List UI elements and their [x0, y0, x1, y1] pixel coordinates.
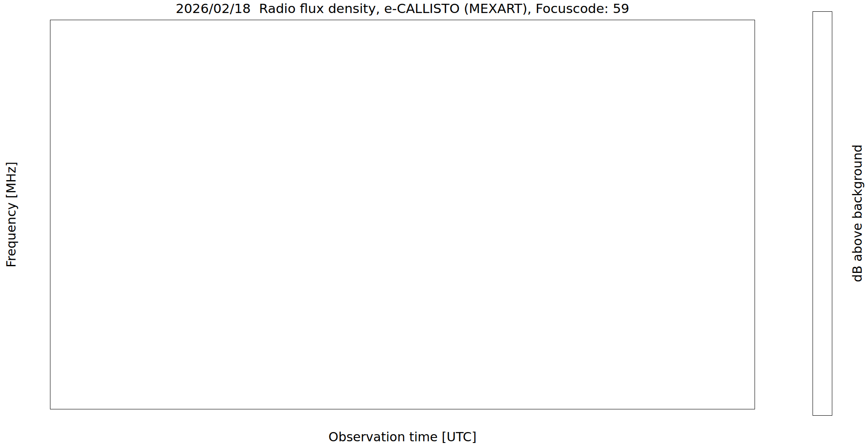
spectrogram-canvas — [50, 20, 755, 409]
x-axis-label: Observation time [UTC] — [329, 430, 476, 444]
colorbar-canvas — [813, 12, 831, 415]
chart-title: 2026/02/18 Radio flux density, e-CALLIST… — [176, 1, 629, 16]
figure: 2026/02/18 Radio flux density, e-CALLIST… — [0, 0, 868, 448]
y-axis-label: Frequency [MHz] — [4, 162, 18, 267]
colorbar-label: dB above background — [850, 144, 865, 282]
